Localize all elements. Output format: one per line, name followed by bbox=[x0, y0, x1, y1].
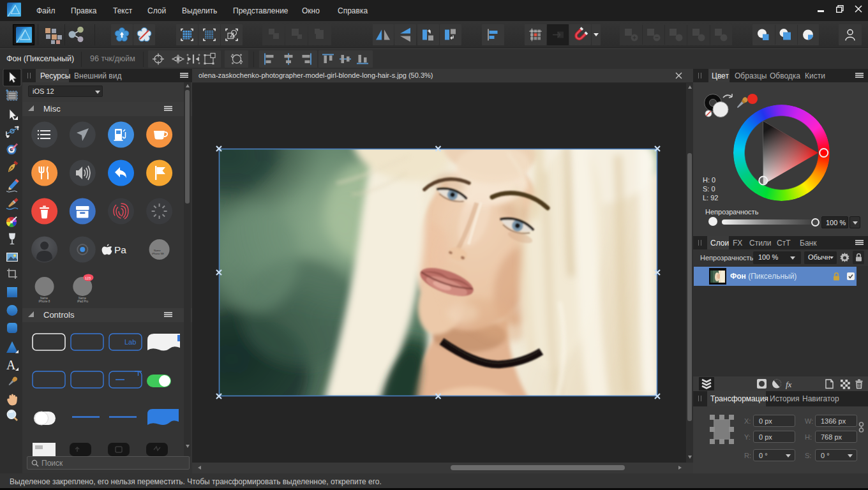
svg-text:Pa: Pa bbox=[114, 244, 126, 255]
svg-text:123: 123 bbox=[85, 276, 91, 280]
svg-text:iPhone 8: iPhone 8 bbox=[39, 300, 50, 303]
svg-text:A: A bbox=[6, 358, 16, 372]
svg-text:fx: fx bbox=[786, 380, 792, 389]
svg-text:iPhone SE: iPhone SE bbox=[152, 252, 164, 255]
svg-text:Lab: Lab bbox=[124, 338, 136, 346]
svg-text:iPad Pro: iPad Pro bbox=[77, 300, 89, 303]
